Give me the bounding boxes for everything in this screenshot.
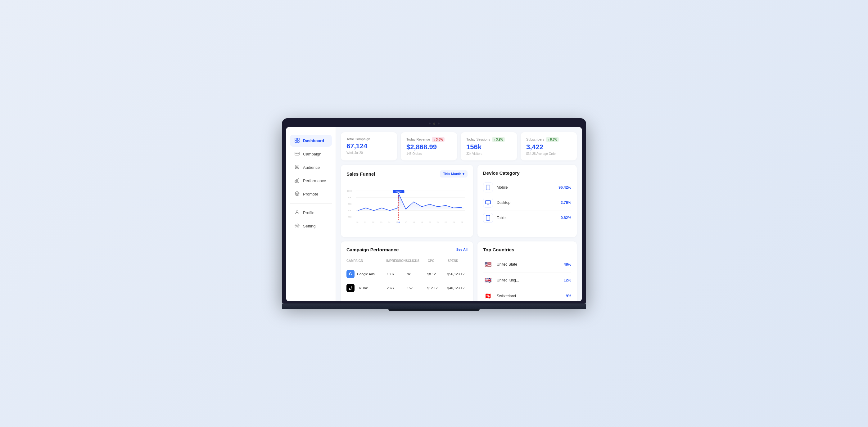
stat-value-total-campaign: 67,124 xyxy=(346,142,392,150)
stat-sub-today-revenue: 143 Orders xyxy=(406,152,452,156)
svg-text:18: 18 xyxy=(412,221,415,223)
bottom-row: Campaign Performance See All Campaign Im… xyxy=(341,241,577,301)
laptop-container: Dashboard Campaign xyxy=(282,118,586,309)
top-countries-card: Top Countries 🇺🇸 United State 48% 🇬🇧 Uni… xyxy=(477,241,577,301)
stat-card-today-sessions: Today Sessions ↑ 3.2% 156k 32k Visitors xyxy=(461,132,517,160)
desktop-device-name: Desktop xyxy=(497,200,557,205)
mobile-device-icon xyxy=(483,183,493,192)
stat-card-total-campaign: Total Campaign 67,124 Wed, Jul 20 xyxy=(341,132,397,160)
stat-badge-revenue: ↓ 3.0% xyxy=(432,137,444,142)
sidebar-item-audience[interactable]: Audience xyxy=(290,161,332,173)
camera-dot xyxy=(429,123,431,125)
tiktok-cpc: $12.12 xyxy=(427,286,447,290)
campaign-performance-title: Campaign Performance xyxy=(346,247,399,252)
svg-text:80K: 80K xyxy=(348,196,352,198)
sidebar-item-dashboard-label: Dashboard xyxy=(303,138,324,143)
mobile-device-name: Mobile xyxy=(497,185,555,190)
setting-icon xyxy=(294,223,300,229)
col-impressions: Impressions xyxy=(386,259,408,263)
audience-icon xyxy=(294,164,300,170)
svg-text:11: 11 xyxy=(364,221,366,223)
svg-point-48 xyxy=(488,189,488,189)
chevron-down-icon: ▾ xyxy=(463,172,464,176)
col-spend: Spend xyxy=(448,259,468,263)
stat-label-total-campaign: Total Campaign xyxy=(346,137,392,141)
nav-separator xyxy=(290,203,332,204)
ch-country-pct: 9% xyxy=(566,294,571,298)
svg-text:13: 13 xyxy=(380,221,382,223)
ch-flag: 🇨🇭 xyxy=(483,291,493,301)
sidebar-item-setting[interactable]: Setting xyxy=(290,220,332,232)
ch-country-name: Switzerland xyxy=(497,294,562,298)
campaign-performance-card: Campaign Performance See All Campaign Im… xyxy=(341,241,473,301)
sales-funnel-chart: 100K 80K 60K 40K 20K xyxy=(346,182,468,231)
middle-row: Sales Funnel This Month ▾ xyxy=(341,165,577,237)
google-spend: $56,123.12 xyxy=(447,272,468,276)
svg-point-16 xyxy=(296,211,298,212)
stat-card-subscribers: Subscribers ↑ 8.3% 3,422 $34.28 Average … xyxy=(521,132,577,160)
svg-text:40K: 40K xyxy=(348,209,352,211)
sidebar-item-dashboard[interactable]: Dashboard xyxy=(290,135,332,147)
google-cpc: $8.12 xyxy=(427,272,447,276)
stat-value-today-revenue: $2,868.99 xyxy=(406,143,452,151)
svg-text:16: 16 xyxy=(397,221,400,223)
uk-flag: 🇬🇧 xyxy=(483,275,493,285)
google-impressions: 189k xyxy=(387,272,407,276)
google-ads-name-cell: G Google Ads xyxy=(346,270,387,278)
svg-point-54 xyxy=(488,219,488,220)
svg-rect-2 xyxy=(295,140,297,142)
camera-lens xyxy=(433,123,435,125)
top-countries-header: Top Countries xyxy=(483,247,571,252)
country-item-us: 🇺🇸 United State 48% xyxy=(483,257,571,272)
svg-rect-7 xyxy=(295,180,296,183)
sidebar-item-profile[interactable]: Profile xyxy=(290,207,332,219)
svg-text:60K: 60K xyxy=(348,203,352,205)
stat-sub-today-sessions: 32k Visitors xyxy=(466,152,511,156)
tablet-device-name: Tablet xyxy=(497,216,557,220)
top-countries-title: Top Countries xyxy=(483,247,515,252)
svg-rect-50 xyxy=(486,200,491,204)
svg-text:14: 14 xyxy=(389,221,391,223)
stat-badge-subscribers: ↑ 8.3% xyxy=(546,137,559,142)
svg-text:21: 21 xyxy=(437,221,439,223)
device-item-tablet: Tablet 0.82% xyxy=(483,210,571,225)
uk-country-pct: 12% xyxy=(564,278,571,283)
svg-point-6 xyxy=(297,166,298,167)
svg-rect-4 xyxy=(295,152,299,155)
table-row-tiktok: Tik Tok 287k 15k $12.12 $40,123.12 xyxy=(346,281,468,295)
sidebar-item-audience-label: Audience xyxy=(303,165,320,170)
tiktok-clicks: 15k xyxy=(407,286,427,290)
google-clicks: 9k xyxy=(407,272,427,276)
svg-rect-0 xyxy=(295,138,297,140)
country-item-uk: 🇬🇧 United King... 12% xyxy=(483,272,571,288)
col-clicks: Clicks xyxy=(408,259,428,263)
sidebar-item-performance[interactable]: Performance xyxy=(290,175,332,187)
screen: Dashboard Campaign xyxy=(286,127,582,301)
stat-label-subscribers: Subscribers ↑ 8.3% xyxy=(526,137,571,142)
profile-icon xyxy=(294,210,300,216)
stat-sub-total-campaign: Wed, Jul 20 xyxy=(346,151,392,155)
col-cpc: CPC xyxy=(428,259,448,263)
performance-icon xyxy=(294,178,300,184)
svg-text:12: 12 xyxy=(372,221,374,223)
table-row-google: G Google Ads 189k 9k $8.12 $56,123.12 xyxy=(346,267,468,281)
campaign-table-header: Campaign Impressions Clicks CPC Spend xyxy=(346,257,468,265)
tiktok-name-cell: Tik Tok xyxy=(346,284,387,292)
sidebar-item-campaign[interactable]: Campaign xyxy=(290,148,332,160)
us-country-name: United State xyxy=(497,262,560,267)
country-item-ch: 🇨🇭 Switzerland 9% xyxy=(483,288,571,301)
this-month-filter-button[interactable]: This Month ▾ xyxy=(440,170,468,177)
see-all-button[interactable]: See All xyxy=(456,248,468,251)
stat-sub-subscribers: $34.28 Average Order xyxy=(526,152,571,156)
sidebar-item-promote[interactable]: Promote xyxy=(290,188,332,200)
sidebar-item-setting-label: Setting xyxy=(303,224,315,228)
svg-text:17: 17 xyxy=(405,221,407,223)
svg-text:20: 20 xyxy=(429,221,431,223)
svg-text:20K: 20K xyxy=(348,216,352,218)
chart-svg: 100K 80K 60K 40K 20K xyxy=(346,182,468,231)
svg-rect-3 xyxy=(298,140,299,142)
tiktok-impressions: 287k xyxy=(387,286,407,290)
sidebar-item-promote-label: Promote xyxy=(303,192,318,196)
tablet-device-icon xyxy=(483,213,493,223)
sales-funnel-header: Sales Funnel This Month ▾ xyxy=(346,170,468,177)
